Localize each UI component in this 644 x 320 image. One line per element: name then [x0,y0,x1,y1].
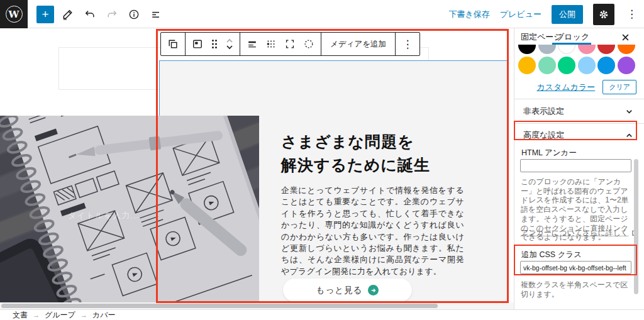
breadcrumb-group[interactable]: グループ [45,310,75,320]
details-button[interactable] [126,6,142,23]
kebab-icon: ⋮ [400,38,414,51]
content-position-button[interactable] [262,35,280,53]
html-anchor-label: HTML アンカー [521,148,577,158]
cover-block-image[interactable]: タイトルを入力... [0,116,259,303]
color-palette-row-2 [518,57,635,74]
parent-block-icon [167,38,179,50]
edit-mode-button[interactable] [60,6,76,23]
options-menu-button[interactable]: ⋮ [625,8,639,21]
undo-button[interactable] [82,6,98,23]
arrow-right-circle-icon [368,285,379,295]
list-view-icon [150,8,162,21]
editor-canvas: タイトルを入力... さまざまな問題を 解決するために誕生 企業にとってウェブサ… [0,28,514,309]
drag-dots-icon [210,38,219,50]
panel-advanced-settings-label: 高度な設定 [523,130,564,141]
block-options-button[interactable]: ⋮ [398,35,417,53]
add-media-button[interactable]: メディアを追加 [324,39,392,50]
topbar-left-tools: + [36,0,164,28]
tab-block[interactable]: ブロック [556,31,589,43]
wordpress-logo-button[interactable]: W [0,0,28,28]
block-inserter-button[interactable]: + [36,6,54,23]
undo-icon [84,8,96,21]
gear-icon [598,9,609,20]
breadcrumb: 文書 → グループ → カバー [0,309,644,320]
chevron-down-icon [625,107,634,116]
full-height-icon [284,38,296,50]
block-toolbar: メディアを追加 ⋮ [160,32,420,56]
block-switcher-button[interactable] [188,35,207,53]
html-anchor-input[interactable] [520,159,631,172]
panel-hidden-settings-label: 非表示設定 [523,106,564,117]
color-swatch[interactable] [518,57,536,74]
custom-color-link[interactable]: カスタムカラー [536,82,595,93]
horizontal-scrollbar[interactable] [0,302,514,309]
css-class-label: 追加 CSS クラス [521,250,582,260]
full-height-toggle-button[interactable] [280,35,299,53]
duotone-filter-button[interactable] [299,35,318,53]
cover-heading[interactable]: さまざまな問題を 解決するために誕生 [281,130,495,177]
block-mover[interactable] [222,35,237,53]
editor-topbar: W + [0,0,644,28]
wordpress-logo-icon: W [6,6,23,23]
breadcrumb-separator: → [80,311,87,319]
cover-title-placeholder[interactable]: タイトルを入力... [68,210,139,221]
palette-actions: カスタムカラー クリア [536,80,636,94]
breadcrumb-document[interactable]: 文書 [13,310,28,320]
list-view-button[interactable] [148,6,164,23]
more-link-button[interactable]: もっと見る [283,279,412,302]
publish-button[interactable]: 公開 [552,5,583,24]
cover-heading-line1: さまざまな問題を [281,130,495,153]
close-sidebar-button[interactable] [619,31,631,43]
select-parent-block-button[interactable] [164,35,182,53]
topbar-right-tools: 下書き保存 プレビュー 公開 ⋮ [448,0,639,28]
save-draft-button[interactable]: 下書き保存 [448,9,489,20]
align-button[interactable] [243,35,262,53]
sidebar-tabs: 固定ページ ブロック [514,28,644,45]
redo-icon [106,8,118,21]
more-button-label: もっと見る [316,285,363,296]
panel-hidden-settings[interactable]: 非表示設定 [514,99,644,123]
color-swatch[interactable] [597,57,615,74]
settings-sidebar: 固定ページ ブロック カスタムカラー クリア 非表示設定 高度な設定 [514,28,644,309]
redo-button[interactable] [104,6,120,23]
color-swatch[interactable] [558,57,575,74]
anchor-learn-more[interactable]: アンカーについてさらに詳しく [521,228,638,238]
wireframe-notebook-photo [0,116,259,303]
active-tab-underline [552,43,591,45]
clear-color-button[interactable]: クリア [602,80,636,94]
css-class-help-text: 複数クラスを半角スペースで区切ります。 [521,280,635,299]
color-swatch[interactable] [578,57,596,74]
settings-toggle-button[interactable] [593,4,614,25]
cover-block-icon [191,38,204,50]
color-swatch[interactable] [538,57,556,74]
drag-handle[interactable] [207,35,222,53]
breadcrumb-separator: → [33,311,40,319]
panel-advanced-settings[interactable]: 高度な設定 [514,123,644,147]
css-class-input[interactable] [520,261,631,274]
sidebar-scrollbar-handle[interactable] [634,159,638,294]
plus-icon: + [42,8,48,21]
position-grid-icon [265,38,277,50]
align-icon [246,38,258,50]
color-swatch[interactable] [618,57,635,74]
cover-paragraph[interactable]: 企業にとってウェブサイトで情報を発信をすることはとても重要なことです。企業のウェ… [281,185,464,277]
preview-button[interactable]: プレビュー [500,9,541,20]
move-up-down-icon [225,37,235,51]
duotone-circle-icon [303,38,315,50]
anchor-learn-more-link[interactable]: アンカーについてさらに詳しく [521,228,628,238]
close-icon [621,33,630,41]
cover-heading-line2: 解決するために誕生 [281,153,495,177]
breadcrumb-cover[interactable]: カバー [92,310,116,320]
pencil-icon [62,8,74,21]
horizontal-scrollbar-handle[interactable] [1,304,438,308]
wordpress-block-editor: W + [0,0,644,320]
chevron-up-icon [625,131,634,140]
info-icon [128,8,140,21]
